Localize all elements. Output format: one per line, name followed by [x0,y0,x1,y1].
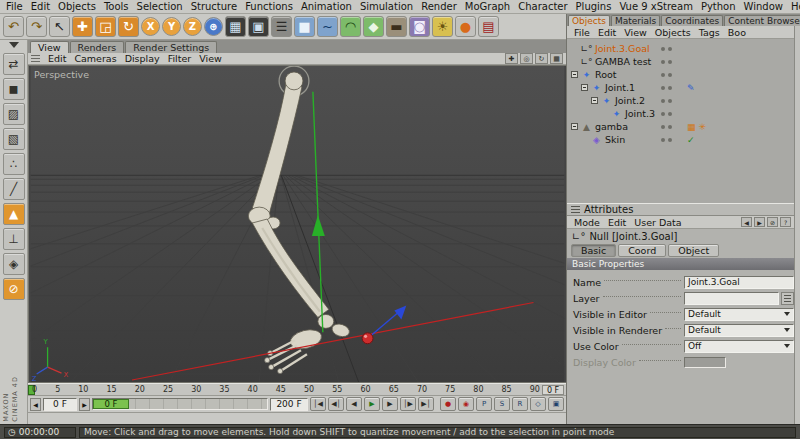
layer-browser-icon[interactable] [781,292,794,305]
visibility-toggles[interactable] [661,99,672,103]
viewport-menu-item[interactable]: Display [121,53,164,64]
record-pla-toggle[interactable]: ▣ [548,397,564,411]
frame-up-icon[interactable]: ▶ [79,398,90,411]
modifier-icon[interactable]: ◆ [363,16,384,37]
viewport-menu-item[interactable]: Filter [164,53,196,64]
x-axis-button[interactable]: X [141,17,160,36]
record-parameter-toggle[interactable]: ◇ [530,397,546,411]
render-picture-viewer-icon[interactable]: ▣ [248,16,269,37]
tree-row[interactable]: ✦ Joint.1 ✎ [567,81,800,94]
snap-icon[interactable]: ◈ [3,253,25,275]
viewport-menu-item[interactable]: Cameras [70,53,120,64]
menu-item[interactable]: Animation [297,1,356,12]
history-forward-icon[interactable]: ▶ [754,217,765,227]
use-color-dropdown[interactable]: Off [684,340,794,353]
menu-item[interactable]: File [2,1,27,12]
tree-row[interactable]: ▲ gamba ▦ ✳ [567,120,800,133]
layout-tab[interactable]: Render Settings [125,41,217,53]
toggle-views-icon[interactable]: ▦ [550,53,563,64]
visible-in-editor-dropdown[interactable]: Default [684,308,794,321]
object-axis-icon[interactable]: ⊥ [3,228,25,250]
tree-label[interactable]: Skin [603,134,625,145]
attributes-menu-item[interactable]: Mode [570,217,604,228]
undo-icon[interactable]: ↶ [3,16,24,37]
visibility-toggles[interactable] [661,86,672,90]
viewport[interactable]: Y X Z Perspective [28,65,566,383]
tree-label[interactable]: Joint.2 [613,95,645,106]
object-manager-menu-item[interactable]: Boo [724,27,750,38]
menu-item[interactable]: Help [787,1,800,12]
tree-label[interactable]: GAMBA test [593,56,651,67]
tree-label[interactable]: Root [593,69,617,80]
menu-item[interactable]: Objects [54,1,100,12]
menu-item[interactable]: Tools [100,1,133,12]
view-label[interactable]: Perspective [34,69,89,80]
library-icon[interactable]: ▤ [478,16,499,37]
move-tool-icon[interactable]: ✚ [72,16,93,37]
collapse-expander-icon[interactable] [581,84,588,91]
tree-label[interactable]: Joint.3.Goal [593,43,650,54]
tree-row[interactable]: ✦ Joint.3 [567,107,800,120]
record-scale-toggle[interactable]: S [494,397,510,411]
check-tag-icon[interactable]: ✓ [687,135,695,145]
help-icon[interactable]: ? [780,217,791,227]
tree-row[interactable]: ✦ Root [567,68,800,81]
tree-row[interactable]: ◈ Skin ✓ [567,133,800,146]
viewport-menu-item[interactable]: Edit [44,53,70,64]
object-manager-menu-item[interactable]: View [620,27,651,38]
object-manager-menu-item[interactable]: Tags [695,27,724,38]
manager-tab[interactable]: Coordinates [661,15,723,26]
record-position-toggle[interactable]: P [476,397,492,411]
object-manager-menu-item[interactable]: File [570,27,594,38]
rotate-tool-icon[interactable]: ↻ [118,16,139,37]
collapse-panel-icon[interactable] [9,42,19,48]
layout-tab[interactable]: View [30,41,69,53]
collapse-expander-icon[interactable] [591,97,598,104]
rotate-view-icon[interactable]: ↻ [535,53,548,64]
next-key-button[interactable]: │▶ [400,397,416,411]
nurbs-icon[interactable]: ◠ [340,16,361,37]
menu-item[interactable]: Character [514,1,571,12]
tree-label[interactable]: Joint.1 [603,82,635,93]
weights-tag-icon[interactable]: ▦ [687,122,696,132]
slider-handle[interactable]: 0 F [93,399,129,409]
lock-workplane-icon[interactable]: ⊘ [3,278,25,300]
manager-tab[interactable]: Materials [611,15,660,26]
menu-item[interactable]: Selection [133,1,187,12]
menu-item[interactable]: Plugins [572,1,616,12]
attributes-menu-item[interactable]: User Data [630,217,685,228]
zoom-view-icon[interactable]: ◎ [520,53,533,64]
point-mode-icon[interactable]: ∴ [3,153,25,175]
texture-axis-icon[interactable]: ▧ [3,128,25,150]
frame-down-icon[interactable]: ◀ [30,398,41,411]
visibility-toggles[interactable] [661,73,672,77]
pan-view-icon[interactable]: ✚ [505,53,518,64]
record-keyframe-button[interactable]: ● [440,397,456,411]
section-header[interactable]: Basic Properties [567,258,800,270]
camera-icon[interactable]: ◙ [409,16,430,37]
make-editable-icon[interactable]: ⇄ [3,53,25,75]
spline-pen-icon[interactable]: ~ [317,16,338,37]
prev-key-button[interactable]: ◀│ [328,397,344,411]
visibility-toggles[interactable] [661,60,672,64]
tree-label[interactable]: Joint.3 [623,108,655,119]
scrollbar[interactable] [794,26,800,424]
collapse-expander-icon[interactable] [571,123,578,130]
sphere-preset-icon[interactable]: ● [455,16,476,37]
redo-icon[interactable]: ↷ [26,16,47,37]
menu-item[interactable]: MoGraph [461,1,514,12]
collapse-expander-icon[interactable] [571,71,578,78]
z-axis-button[interactable]: Z [183,17,202,36]
tree-row[interactable]: ∟° GAMBA test [567,55,800,68]
tree-row[interactable]: ∟° Joint.3.Goal [567,42,800,55]
goto-start-button[interactable]: │◀ [310,397,326,411]
coordinate-system-icon[interactable]: ⊕ [204,17,223,36]
attributes-tab[interactable]: Object [668,244,719,257]
viewport-menu-item[interactable]: View [195,53,226,64]
add-cube-icon[interactable]: ■ [294,16,315,37]
texture-tag-icon[interactable]: ✳ [699,122,707,132]
menu-item[interactable]: Render [417,1,461,12]
object-manager-menu-item[interactable]: Edit [594,27,620,38]
prev-frame-button[interactable]: ◀ [346,397,362,411]
y-axis-button[interactable]: Y [162,17,181,36]
